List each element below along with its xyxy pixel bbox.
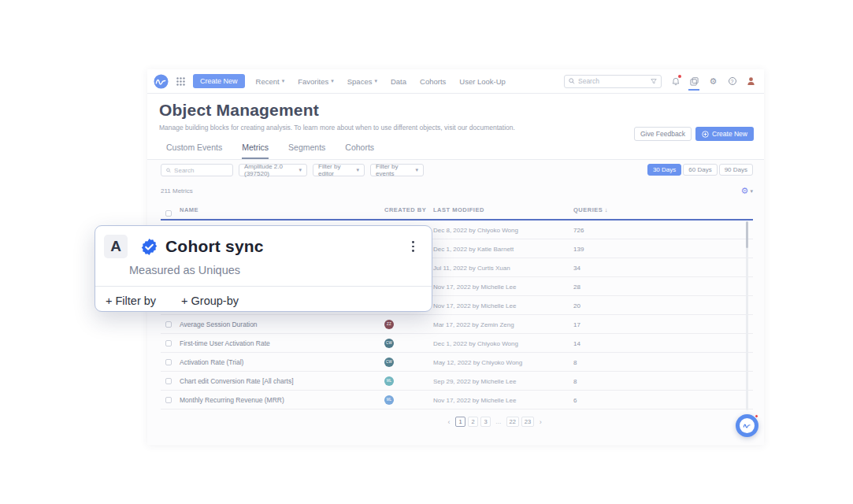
date-range-button[interactable]: 30 Days: [647, 164, 681, 176]
filter-funnel-icon[interactable]: [651, 78, 657, 84]
table-row[interactable]: Activation Rate (Trial) CW May 12, 2022 …: [161, 353, 753, 372]
notification-red-dot: [678, 75, 681, 78]
column-header-name[interactable]: Name: [180, 206, 198, 213]
metric-name[interactable]: Monthly Recurring Revenue (MRR): [180, 396, 284, 404]
row-checkbox[interactable]: [165, 359, 172, 365]
metric-name[interactable]: Chart edit Conversion Rate [All charts]: [180, 377, 294, 385]
nav-link[interactable]: Spaces ▾: [347, 77, 377, 86]
give-feedback-button[interactable]: Give Feedback: [634, 127, 692, 141]
table-search-box[interactable]: [161, 164, 233, 176]
last-modified-cell: May 12, 2022 by Chiyoko Wong: [433, 358, 522, 365]
nav-link[interactable]: Cohorts: [420, 77, 446, 86]
date-range-toggle: 30 Days 60 Days 90 Days: [647, 164, 753, 176]
queries-cell: 20: [573, 302, 580, 309]
page-number-button[interactable]: 22: [506, 417, 519, 427]
floating-assistant-button[interactable]: [736, 414, 758, 437]
nav-right-cluster: ⚙ ?: [564, 75, 756, 88]
add-filter-button[interactable]: + Filter by: [106, 295, 156, 307]
nav-search-box[interactable]: [564, 75, 662, 88]
creator-avatar: CW: [384, 358, 394, 367]
row-checkbox[interactable]: [165, 321, 172, 328]
nav-link[interactable]: Data: [391, 77, 406, 86]
table-header: Name Created By Last Modified Queries ↓: [161, 203, 753, 220]
row-checkbox[interactable]: [165, 397, 172, 403]
metric-name[interactable]: Average Session Duration: [180, 321, 258, 328]
table-row[interactable]: Average Session Duration ZZ Mar 17, 2022…: [161, 315, 753, 334]
overlay-header: A Cohort sync: [95, 226, 432, 258]
overlay-title: Cohort sync: [165, 237, 264, 256]
date-range-button[interactable]: 60 Days: [683, 164, 717, 176]
add-group-by-button[interactable]: + Group-by: [181, 295, 239, 307]
column-header-queries[interactable]: Queries ↓: [573, 206, 608, 213]
queries-cell: 139: [573, 245, 584, 252]
chevron-down-icon: ▾: [415, 167, 418, 173]
help-icon[interactable]: ?: [727, 75, 737, 87]
chevron-down-icon: ▾: [356, 167, 359, 173]
scrollbar-thumb[interactable]: [746, 221, 748, 248]
workspace-window-icon[interactable]: [689, 75, 699, 87]
overlay-actions: + Filter by + Group-by: [95, 287, 432, 307]
page-header: Object Management Manage building blocks…: [147, 94, 764, 132]
page-number-button[interactable]: 1: [455, 417, 465, 427]
chevron-down-icon: ▾: [331, 78, 334, 84]
metrics-count: 211 Metrics: [161, 187, 193, 195]
apps-grid-icon[interactable]: [176, 77, 185, 86]
nav-create-new-button[interactable]: Create New: [193, 74, 245, 88]
tab[interactable]: Cohorts: [345, 143, 374, 159]
prev-page-button[interactable]: ‹: [445, 417, 453, 427]
select-all-checkbox[interactable]: [165, 210, 172, 217]
plus-circle-icon: [702, 131, 709, 138]
page-number-button[interactable]: 3: [480, 417, 491, 427]
notifications-bell-icon[interactable]: [670, 75, 681, 87]
settings-gear-icon[interactable]: ⚙: [708, 75, 718, 87]
date-range-button[interactable]: 90 Days: [719, 164, 753, 176]
nav-link[interactable]: Recent ▾: [256, 77, 285, 86]
tab[interactable]: Custom Events: [166, 143, 222, 159]
row-checkbox[interactable]: [165, 340, 172, 346]
nav-link[interactable]: User Look-Up: [459, 77, 506, 86]
page-number-button[interactable]: …: [493, 417, 504, 427]
queries-cell: 28: [573, 283, 580, 290]
last-modified-cell: Nov 17, 2022 by Michelle Lee: [433, 283, 516, 290]
page-number-button[interactable]: 23: [521, 417, 534, 427]
tab[interactable]: Segments: [288, 143, 325, 159]
last-modified-cell: Dec 1, 2022 by Chiyoko Wong: [433, 339, 518, 346]
create-new-button[interactable]: Create New: [695, 127, 754, 141]
last-modified-cell: Jul 11, 2022 by Curtis Xuan: [433, 264, 510, 271]
next-page-button[interactable]: ›: [536, 417, 544, 427]
table-search-input[interactable]: [174, 167, 228, 174]
table-row[interactable]: First-time User Activation Rate CW Dec 1…: [161, 334, 753, 353]
creator-avatar: ML: [384, 376, 394, 386]
table-row[interactable]: Chart edit Conversion Rate [All charts] …: [161, 372, 753, 391]
nav-link[interactable]: Favorites ▾: [298, 77, 334, 86]
filter-by-editor-dropdown[interactable]: Filter by editor ▾: [313, 164, 365, 176]
top-nav: Create New Recent ▾ Favorites ▾ Spaces ▾: [147, 69, 764, 94]
table-row[interactable]: Monthly Recurring Revenue (MRR) ML Nov 1…: [161, 391, 753, 410]
user-avatar-icon[interactable]: [746, 75, 756, 87]
filter-by-events-dropdown[interactable]: Filter by events ▾: [370, 164, 424, 176]
sort-arrow-icon: ↓: [605, 206, 608, 213]
table-settings-gear-icon[interactable]: ⚙▾: [741, 187, 753, 195]
last-modified-cell: Mar 17, 2022 by Zemin Zeng: [433, 321, 514, 328]
tab[interactable]: Metrics: [242, 143, 269, 159]
column-header-last-modified[interactable]: Last Modified: [433, 206, 484, 213]
chevron-down-icon: ▾: [374, 78, 377, 84]
queries-cell: 14: [573, 339, 580, 346]
nav-search-input[interactable]: [578, 77, 647, 85]
row-checkbox[interactable]: [165, 378, 172, 384]
header-actions: Give Feedback Create New: [634, 127, 754, 141]
pagination: ‹ 1 2 3 … 22 23 ›: [445, 417, 544, 427]
last-modified-cell: Dec 1, 2022 by Katie Barnett: [433, 245, 514, 252]
column-header-created-by[interactable]: Created By: [384, 206, 426, 213]
project-dropdown[interactable]: Amplitude 2.0 (397520) ▾: [239, 164, 307, 176]
metric-name[interactable]: First-time User Activation Rate: [180, 339, 270, 347]
page-number-button[interactable]: 2: [468, 417, 478, 427]
table-scrollbar[interactable]: [746, 221, 748, 410]
last-modified-cell: Nov 17, 2022 by Michelle Lee: [433, 396, 516, 403]
queries-cell: 8: [573, 377, 577, 384]
metric-name[interactable]: Activation Rate (Trial): [180, 358, 243, 366]
creator-avatar: CW: [384, 339, 394, 348]
kebab-menu-icon[interactable]: [407, 238, 419, 254]
amplitude-logo-icon[interactable]: [154, 74, 169, 89]
search-icon: [569, 78, 575, 84]
